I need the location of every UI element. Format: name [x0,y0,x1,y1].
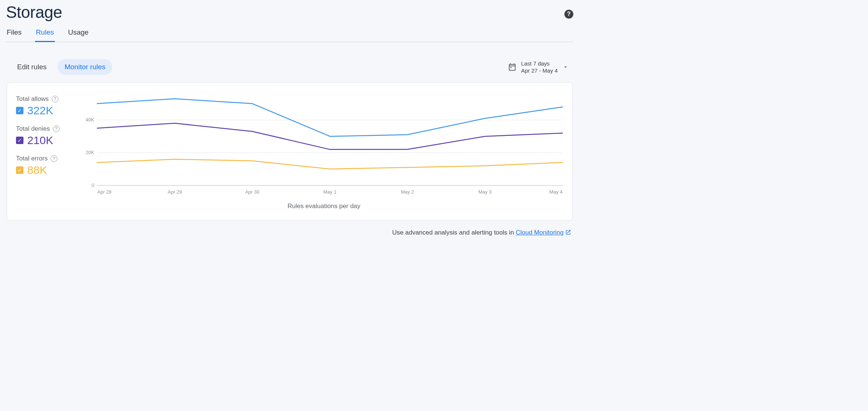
svg-text:20K: 20K [86,150,94,155]
svg-text:Apr 30: Apr 30 [245,189,259,195]
legend-label-allows: Total allows [16,95,49,103]
sub-tab-edit-rules[interactable]: Edit rules [10,59,53,75]
svg-text:May 2: May 2 [401,189,414,195]
tab-files[interactable]: Files [6,28,22,42]
legend-label-errors: Total errors [16,155,48,162]
legend-item-allows: Total allows ? ✓ 322K [16,95,76,117]
help-icon[interactable]: ? [52,96,58,102]
svg-text:40K: 40K [86,117,94,122]
tab-rules[interactable]: Rules [35,28,55,42]
chart-legend: Total allows ? ✓ 322K Total denies ? ✓ [16,92,76,210]
help-icon[interactable]: ? [51,155,57,162]
help-icon[interactable]: ? [53,125,60,132]
svg-text:May 3: May 3 [478,189,491,195]
external-link-icon [565,229,571,235]
sub-tabs: Edit rules Monitor rules [10,59,112,75]
help-icon[interactable]: ? [564,10,573,19]
legend-item-errors: Total errors ? ✓ 88K [16,155,76,176]
legend-toggle-allows[interactable]: ✓ [16,107,23,114]
legend-item-denies: Total denies ? ✓ 210K [16,125,76,147]
calendar-icon [508,63,517,71]
main-tabs: Files Rules Usage [6,28,573,42]
svg-text:Apr 28: Apr 28 [97,189,111,195]
page-title: Storage [6,3,62,22]
tab-usage[interactable]: Usage [67,28,89,42]
legend-value-denies: 210K [27,134,53,147]
footer-note: Use advanced analysis and alerting tools… [6,229,571,236]
legend-toggle-errors[interactable]: ✓ [16,166,23,174]
cloud-monitoring-link[interactable]: Cloud Monitoring [516,229,564,236]
legend-value-errors: 88K [27,164,47,176]
chart-card: Total allows ? ✓ 322K Total denies ? ✓ [7,82,573,221]
chart-x-label: Rules evaluations per day [82,203,566,210]
legend-value-allows: 322K [27,104,53,117]
svg-text:May 1: May 1 [323,189,336,195]
rules-chart: 020K40KApr 28Apr 29Apr 30May 1May 2May 3… [82,92,566,196]
legend-label-denies: Total denies [16,125,50,133]
svg-text:May 4: May 4 [549,189,563,195]
date-range-picker[interactable]: Last 7 days Apr 27 - May 4 [508,60,569,74]
svg-text:Apr 29: Apr 29 [168,189,182,195]
date-range-value: Apr 27 - May 4 [521,67,558,74]
chevron-down-icon [562,64,569,70]
sub-tab-monitor-rules[interactable]: Monitor rules [58,59,112,75]
legend-toggle-denies[interactable]: ✓ [16,137,23,144]
footer-text: Use advanced analysis and alerting tools… [392,229,516,236]
svg-text:0: 0 [92,182,94,188]
date-range-label: Last 7 days [521,60,558,67]
